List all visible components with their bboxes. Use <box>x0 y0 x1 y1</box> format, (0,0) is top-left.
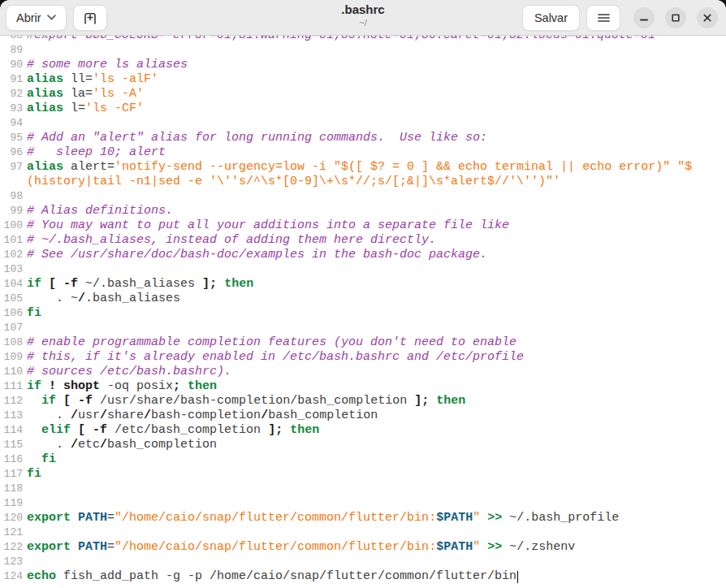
maximize-icon <box>672 14 680 22</box>
line-number: 123 <box>0 555 23 569</box>
line-number: 115 <box>0 438 23 452</box>
text-cursor <box>517 571 519 583</box>
code-line[interactable]: 97alias alert='notify-send --urgency=low… <box>0 160 726 175</box>
code-line[interactable]: 99# Alias definitions. <box>0 204 726 218</box>
code-line[interactable]: 101# ~/.bash_aliases, instead of adding … <box>0 233 726 248</box>
line-number: 124 <box>0 569 23 584</box>
code-text: # ~/.bash_aliases, instead of adding the… <box>23 233 436 248</box>
code-text: alias la='ls -A' <box>23 87 144 102</box>
hamburger-menu-icon <box>598 13 610 23</box>
line-number: 116 <box>0 452 23 467</box>
code-line[interactable]: 113 . /usr/share/bash-completion/bash_co… <box>0 409 726 423</box>
code-line[interactable]: 111if ! shopt -oq posix; then <box>0 379 726 394</box>
line-number: 107 <box>0 321 23 335</box>
code-line[interactable]: 92alias la='ls -A' <box>0 87 726 102</box>
code-line[interactable]: 124echo fish_add_path -g -p /home/caio/s… <box>0 569 726 584</box>
code-text: alias l='ls -CF' <box>23 102 144 116</box>
code-line[interactable]: 105 . ~/.bash_aliases <box>0 292 726 306</box>
line-number: 96 <box>0 145 23 160</box>
window-controls <box>633 7 718 28</box>
line-number: 112 <box>0 394 23 409</box>
code-text: fi <box>23 467 41 482</box>
line-number: 111 <box>0 379 23 394</box>
line-number: 102 <box>0 248 23 262</box>
header-bar: Abrir .bashrc ~/ Salvar <box>0 0 726 36</box>
line-number: 95 <box>0 131 23 145</box>
code-text: echo fish_add_path -g -p /home/caio/snap… <box>23 569 518 584</box>
code-line[interactable]: 90# some more ls aliases <box>0 58 726 72</box>
chevron-down-icon <box>47 15 56 20</box>
code-line[interactable]: 93alias l='ls -CF' <box>0 102 726 116</box>
code-line[interactable]: 112 if [ -f /usr/share/bash-completion/b… <box>0 394 726 409</box>
new-tab-icon <box>83 11 97 24</box>
code-text: export PATH="/home/caio/snap/flutter/com… <box>23 540 575 555</box>
line-number: 120 <box>0 511 23 525</box>
code-text: # Add an "alert" alias for long running … <box>23 131 487 145</box>
line-number: 90 <box>0 58 23 72</box>
code-line[interactable]: 95# Add an "alert" alias for long runnin… <box>0 131 726 145</box>
code-line[interactable]: 89 <box>0 43 726 58</box>
line-number: 121 <box>0 525 23 540</box>
line-number: 117 <box>0 467 23 482</box>
code-text: if [ -f /usr/share/bash-completion/bash_… <box>23 394 465 409</box>
code-text <box>23 262 27 277</box>
menu-button[interactable] <box>586 5 620 31</box>
code-text: alias ll='ls -alF' <box>23 72 158 87</box>
code-text: # sources /etc/bash.bashrc). <box>23 365 231 379</box>
code-text: fi <box>23 452 56 467</box>
code-text <box>23 321 27 335</box>
code-line[interactable]: 100# You may want to put all your additi… <box>0 218 726 233</box>
code-line[interactable]: 98 <box>0 189 726 204</box>
new-tab-button[interactable] <box>73 5 107 31</box>
code-line[interactable]: 120export PATH="/home/caio/snap/flutter/… <box>0 511 726 525</box>
line-number: 101 <box>0 233 23 248</box>
code-line[interactable]: 116 fi <box>0 452 726 467</box>
text-editor-surface[interactable]: 88#export GCC_COLORS='error=01;31:warnin… <box>0 36 726 588</box>
save-button[interactable]: Salvar <box>522 5 580 31</box>
code-line[interactable]: 114 elif [ -f /etc/bash_completion ]; th… <box>0 423 726 438</box>
code-line[interactable]: 123 <box>0 555 726 569</box>
code-text <box>23 525 27 540</box>
code-line[interactable]: 91alias ll='ls -alF' <box>0 72 726 87</box>
line-number: 88 <box>0 36 23 43</box>
code-text: # You may want to put all your additions… <box>23 218 509 233</box>
code-text: #export GCC_COLORS='error=01;31:warning=… <box>23 36 663 43</box>
code-line[interactable]: 108# enable programmable completion feat… <box>0 335 726 350</box>
code-line[interactable]: 115 . /etc/bash_completion <box>0 438 726 452</box>
code-text <box>23 116 27 131</box>
line-number: 89 <box>0 43 23 58</box>
code-line[interactable]: 103 <box>0 262 726 277</box>
text-editor-window: Abrir .bashrc ~/ Salvar <box>0 0 726 588</box>
line-number: 106 <box>0 306 23 321</box>
code-line[interactable]: 121 <box>0 525 726 540</box>
code-line[interactable]: 104if [ -f ~/.bash_aliases ]; then <box>0 277 726 292</box>
code-text: # Alias definitions. <box>23 204 173 218</box>
code-line[interactable]: 117fi <box>0 467 726 482</box>
code-line[interactable]: 122export PATH="/home/caio/snap/flutter/… <box>0 540 726 555</box>
code-line[interactable]: 119 <box>0 496 726 511</box>
code-line[interactable]: 109# this, if it's already enabled in /e… <box>0 350 726 365</box>
code-line[interactable]: 88#export GCC_COLORS='error=01;31:warnin… <box>0 36 726 43</box>
code-line[interactable]: 96# sleep 10; alert <box>0 145 726 160</box>
code-line[interactable]: (history|tail -n1|sed -e '\''s/^\s*[0-9]… <box>0 175 726 189</box>
minimize-button[interactable] <box>633 7 655 28</box>
code-line[interactable]: 107 <box>0 321 726 335</box>
line-number: 122 <box>0 540 23 555</box>
close-button[interactable] <box>697 7 718 28</box>
line-number: 113 <box>0 409 23 423</box>
code-text <box>23 482 27 496</box>
code-text: # this, if it's already enabled in /etc/… <box>23 350 524 365</box>
code-line[interactable]: 118 <box>0 482 726 496</box>
code-line[interactable]: 106fi <box>0 306 726 321</box>
code-text: # enable programmable completion feature… <box>23 335 516 350</box>
code-line[interactable]: 102# See /usr/share/doc/bash-doc/example… <box>0 248 726 262</box>
maximize-button[interactable] <box>665 7 686 28</box>
line-number: 118 <box>0 482 23 496</box>
code-line[interactable]: 110# sources /etc/bash.bashrc). <box>0 365 726 379</box>
code-line[interactable]: 94 <box>0 116 726 131</box>
code-text: if ! shopt -oq posix; then <box>23 379 217 394</box>
code-text <box>23 555 27 569</box>
code-text: fi <box>23 306 41 321</box>
line-number: 109 <box>0 350 23 365</box>
open-button[interactable]: Abrir <box>6 5 67 31</box>
